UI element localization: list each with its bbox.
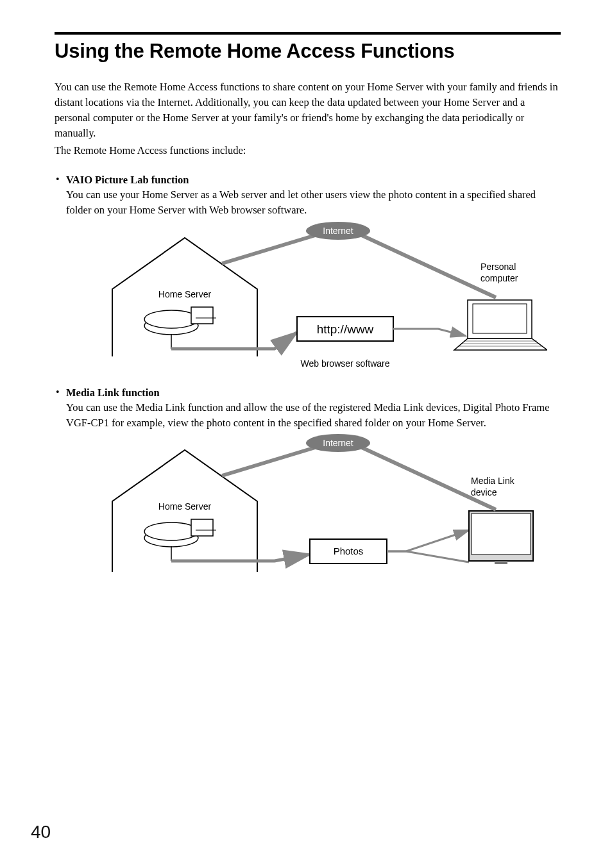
- home-server-label: Home Server: [158, 289, 212, 299]
- svg-point-13: [144, 522, 198, 540]
- top-rule: [55, 32, 561, 35]
- page-title: Using the Remote Home Access Functions: [55, 40, 561, 63]
- diagram-medialink: Home Server Photos: [72, 434, 561, 588]
- intro-paragraph-1: You can use the Remote Home Access funct…: [55, 79, 561, 141]
- svg-rect-14: [191, 519, 213, 536]
- intro-paragraph-2: The Remote Home Access functions include…: [55, 143, 561, 158]
- svg-rect-19: [495, 561, 507, 564]
- page-number: 40: [31, 822, 51, 842]
- home-server-label: Home Server: [158, 501, 212, 512]
- function-title: Media Link function: [66, 385, 561, 400]
- center-box-text: http://www: [317, 322, 374, 336]
- device-label-2: device: [471, 487, 497, 497]
- svg-marker-6: [454, 338, 547, 350]
- function-desc: You can use your Home Server as a Web se…: [66, 187, 561, 218]
- diagram-svg: Home Server Photos: [72, 434, 547, 588]
- svg-rect-18: [472, 513, 531, 555]
- svg-rect-7: [473, 304, 527, 333]
- internet-label: Internet: [323, 438, 353, 448]
- svg-point-1: [144, 310, 198, 328]
- svg-rect-2: [191, 307, 213, 324]
- pc-label-2: computer: [480, 273, 518, 283]
- function-item-vaio: • VAIO Picture Lab function You can use …: [55, 172, 561, 372]
- bullet-icon: •: [55, 172, 66, 218]
- device-label-1: Media Link: [471, 476, 515, 486]
- function-title: VAIO Picture Lab function: [66, 172, 561, 187]
- pc-label-1: Personal: [480, 262, 516, 272]
- function-desc: You can use the Media Link function and …: [66, 400, 561, 431]
- caption-text: Web browser software: [300, 358, 389, 369]
- function-item-medialink: • Media Link function You can use the Me…: [55, 385, 561, 588]
- center-box-text: Photos: [334, 546, 364, 556]
- diagram-vaio: Home Server http://www Web browser softw…: [72, 222, 561, 372]
- bullet-icon: •: [55, 385, 66, 431]
- internet-label: Internet: [323, 226, 353, 236]
- diagram-svg: Home Server http://www Web browser softw…: [72, 222, 547, 372]
